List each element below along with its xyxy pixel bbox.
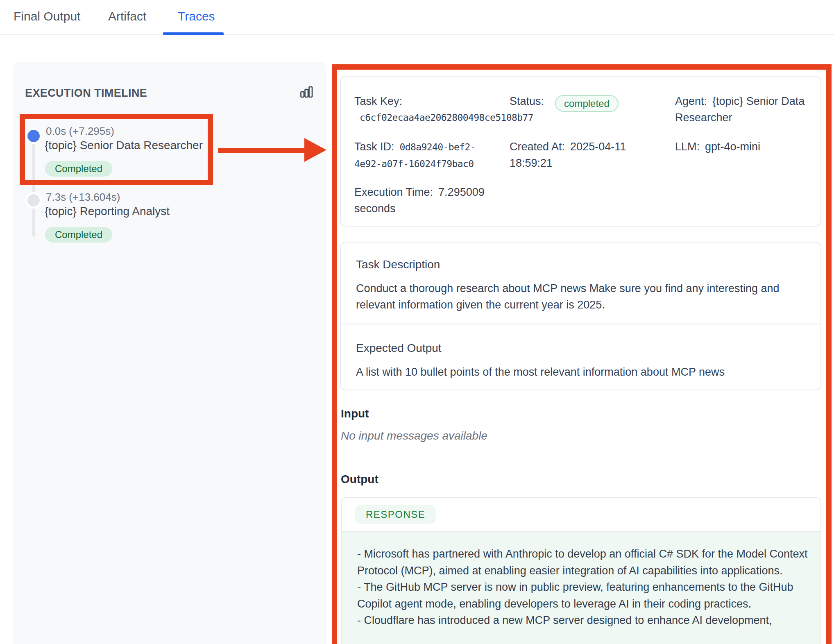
task-id-field: Task ID:0d8a9240-bef2-4e92-a07f-16024f79… <box>354 138 500 184</box>
tab-bar-divider <box>0 34 834 35</box>
response-text: - Microsoft has partnered with Anthropic… <box>357 546 808 629</box>
expected-output-section: Expected Output A list with 10 bullet po… <box>341 324 820 380</box>
agent-field: Agent:{topic} Senior Data Researcher <box>675 93 816 138</box>
created-at-label: Created At: <box>510 141 565 153</box>
response-body: - Microsoft has partnered with Anthropic… <box>342 532 820 644</box>
task-description-section: Task Description Conduct a thorough rese… <box>341 243 820 324</box>
task-key-field: Task Key: c6cf02ecaa4ae2062800498ce5108b… <box>354 93 500 138</box>
task-description-body: Conduct a thorough research about MCP ne… <box>356 280 802 313</box>
status-badge: completed <box>555 95 619 112</box>
timeline-item-time: 0.0s (+7.295s) <box>46 125 114 138</box>
execution-time-label: Execution Time: <box>354 186 433 198</box>
llm-field: LLM:gpt-4o-mini <box>675 138 816 184</box>
task-id-label: Task ID: <box>354 141 394 153</box>
execution-timeline-panel: EXECUTION TIMELINE 0.0s (+7.295s) {topic… <box>13 62 326 644</box>
response-card: RESPONSE - Microsoft has partnered with … <box>341 497 821 644</box>
response-badge: RESPONSE <box>355 505 436 524</box>
status-label: Status: <box>510 95 544 107</box>
timeline-item-reporting-analyst[interactable]: 7.3s (+13.604s) {topic} Reporting Analys… <box>37 190 308 251</box>
bar-chart-icon[interactable] <box>299 85 313 99</box>
response-card-header: RESPONSE <box>342 498 820 532</box>
created-at-field: Created At:2025-04-11 18:59:21 <box>510 138 665 184</box>
tab-bar: Final Output Artifact Traces <box>0 0 834 35</box>
task-meta-card: Task Key: c6cf02ecaa4ae2062800498ce5108b… <box>340 76 821 227</box>
llm-value: gpt-4o-mini <box>705 141 760 153</box>
execution-timeline-title: EXECUTION TIMELINE <box>25 87 147 100</box>
task-key-value: c6cf02ecaa4ae2062800498ce5108b77 <box>354 109 500 126</box>
llm-label: LLM: <box>675 141 700 153</box>
timeline-item-senior-data-researcher[interactable]: 0.0s (+7.295s) {topic} Senior Data Resea… <box>37 124 308 185</box>
input-heading: Input <box>341 407 369 420</box>
timeline-status-badge: Completed <box>45 161 112 177</box>
tab-artifact[interactable]: Artifact <box>108 9 146 24</box>
timeline-connector-line <box>32 143 35 237</box>
tab-traces[interactable]: Traces <box>178 9 215 24</box>
input-empty-message: No input messages available <box>341 429 487 442</box>
timeline-item-name: {topic} Reporting Analyst <box>45 205 170 218</box>
output-heading: Output <box>341 473 378 486</box>
expected-output-body: A list with 10 bullet points of the most… <box>356 364 802 380</box>
agent-label: Agent: <box>675 95 707 107</box>
task-description-card: Task Description Conduct a thorough rese… <box>340 242 821 390</box>
execution-time-field: Execution Time:7.295009 seconds <box>354 184 500 226</box>
active-tab-underline <box>163 32 224 35</box>
tab-final-output[interactable]: Final Output <box>14 9 80 24</box>
status-field: Status:completed <box>510 93 665 138</box>
timeline-item-name: {topic} Senior Data Researcher <box>45 139 203 152</box>
task-description-title: Task Description <box>356 258 806 271</box>
expected-output-title: Expected Output <box>356 342 806 355</box>
timeline-item-time: 7.3s (+13.604s) <box>46 191 120 204</box>
task-key-label: Task Key: <box>354 95 402 107</box>
timeline-status-badge: Completed <box>45 227 112 243</box>
traces-page: Final Output Artifact Traces EXECUTION T… <box>0 0 834 644</box>
